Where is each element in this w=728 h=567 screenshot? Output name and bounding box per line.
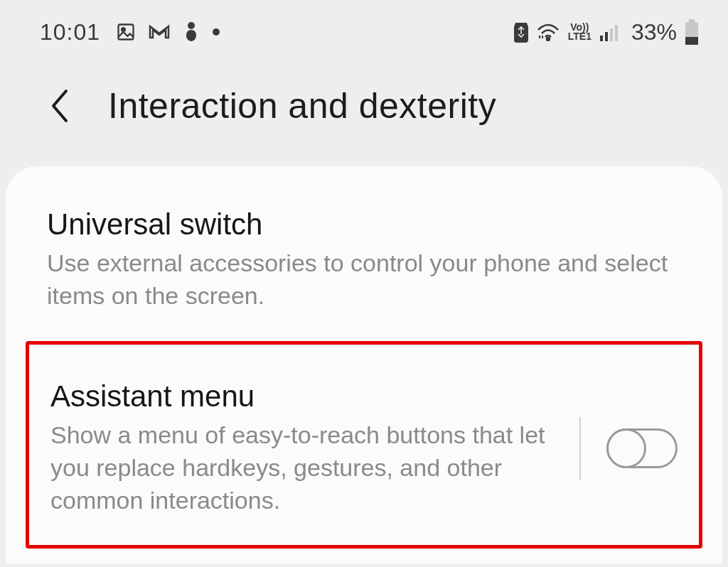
signal-icon (600, 23, 621, 41)
svg-point-1 (122, 28, 125, 31)
item-title: Assistant menu (50, 379, 565, 414)
page-title: Interaction and dexterity (108, 85, 496, 126)
person-icon (183, 21, 200, 43)
chevron-left-icon (49, 88, 70, 124)
battery-percentage: 33% (631, 19, 677, 45)
item-assistant-menu[interactable]: Assistant menu Show a menu of easy-to-re… (29, 345, 699, 546)
separator-line (579, 417, 581, 480)
item-universal-switch[interactable]: Universal switch Use external accessorie… (6, 198, 722, 341)
svg-point-2 (188, 22, 195, 29)
item-text: Assistant menu Show a menu of easy-to-re… (50, 379, 565, 517)
header: Interaction and dexterity (0, 51, 728, 166)
recycle-badge-icon (513, 21, 530, 43)
network-label: Vo)) LTE1 (568, 23, 592, 40)
network-label-bottom: LTE1 (568, 32, 592, 41)
highlight-annotation: Assistant menu Show a menu of easy-to-re… (26, 341, 702, 549)
wifi-icon (537, 23, 560, 41)
svg-rect-7 (615, 25, 618, 41)
svg-rect-0 (119, 25, 134, 40)
status-clock: 10:01 (40, 19, 100, 45)
svg-rect-10 (685, 37, 698, 45)
status-bar: 10:01 Vo)) LTE1 33% (0, 0, 728, 51)
item-title: Universal switch (47, 207, 681, 242)
settings-card: Universal switch Use external accessorie… (6, 166, 722, 564)
svg-rect-4 (600, 36, 603, 41)
assistant-menu-toggle[interactable] (606, 428, 678, 468)
gmail-icon (149, 23, 170, 40)
svg-rect-8 (689, 19, 695, 22)
battery-icon (684, 19, 700, 45)
item-text: Universal switch Use external accessorie… (47, 207, 681, 313)
status-left: 10:01 (40, 19, 220, 45)
item-description: Show a menu of easy-to-reach buttons tha… (50, 419, 565, 517)
svg-point-3 (547, 38, 550, 40)
status-right: Vo)) LTE1 33% (513, 19, 700, 45)
toggle-area (579, 417, 678, 480)
svg-rect-6 (610, 28, 613, 41)
image-icon (116, 22, 136, 42)
more-notifications-dot (213, 28, 220, 36)
svg-rect-5 (605, 32, 608, 41)
back-button[interactable] (40, 86, 80, 126)
item-description: Use external accessories to control your… (47, 247, 681, 313)
switch-knob (606, 428, 646, 468)
